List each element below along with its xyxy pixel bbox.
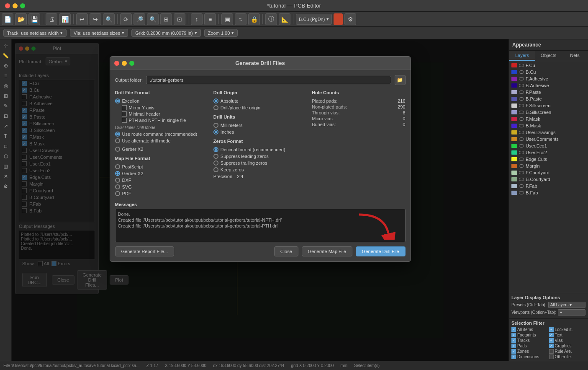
layer-visibility-icon[interactable] bbox=[519, 91, 524, 94]
tab-nets[interactable]: Nets bbox=[562, 51, 588, 61]
layer-visibility-icon[interactable] bbox=[519, 84, 524, 87]
minimize-button[interactable] bbox=[13, 3, 18, 8]
layer-visibility-icon[interactable] bbox=[519, 70, 524, 74]
radio-drill-origin[interactable]: Drill/place file origin bbox=[213, 105, 307, 110]
layer-visibility-icon[interactable] bbox=[519, 151, 524, 154]
sf-item[interactable]: ✓Footprints bbox=[511, 333, 548, 337]
right-layer-item[interactable]: Edge.Cuts bbox=[509, 156, 588, 163]
layer-visibility-icon[interactable] bbox=[519, 191, 524, 194]
via-selector[interactable]: Via: use netclass sizes ▾ bbox=[70, 29, 128, 37]
sf-checkbox[interactable]: ✓ bbox=[511, 338, 516, 343]
right-layer-item[interactable]: F.Cu bbox=[509, 62, 588, 69]
layer-visibility-icon[interactable] bbox=[519, 64, 524, 67]
dialog-max-btn[interactable] bbox=[129, 61, 134, 66]
pad-place-tool[interactable]: ⊡ bbox=[1, 111, 10, 121]
annot-btn[interactable]: ≡ bbox=[204, 13, 216, 25]
right-layer-item[interactable]: F.Mask bbox=[509, 116, 588, 122]
layer-visibility-icon[interactable] bbox=[519, 164, 524, 168]
right-layer-item[interactable]: Margin bbox=[509, 163, 588, 169]
route-tool[interactable]: ↗ bbox=[1, 122, 10, 131]
select-tool[interactable]: ⊞ bbox=[1, 91, 10, 101]
layer-color-swatch[interactable] bbox=[511, 124, 517, 128]
absolute-radio[interactable] bbox=[213, 98, 218, 103]
generate-drill-file-btn[interactable]: Generate Drill File bbox=[356, 246, 406, 256]
netlist-btn[interactable]: ↕ bbox=[191, 13, 203, 25]
sf-item[interactable]: ✓Tracks bbox=[511, 338, 548, 343]
print-btn[interactable]: 🖨 bbox=[46, 13, 57, 25]
undo-btn[interactable]: ↩ bbox=[76, 13, 88, 25]
sf-item[interactable]: Other ite. bbox=[549, 354, 586, 359]
radio-keep-zeros[interactable]: Keep zeros bbox=[213, 167, 307, 172]
layer-visibility-icon[interactable] bbox=[519, 124, 524, 127]
alternate-radio[interactable] bbox=[115, 138, 120, 143]
radio-absolute[interactable]: Absolute bbox=[213, 98, 307, 103]
postscript-radio[interactable] bbox=[115, 164, 120, 169]
radio-dxf[interactable]: DXF bbox=[115, 178, 208, 183]
right-layer-item[interactable]: B.Courtyard bbox=[509, 176, 588, 183]
layer-visibility-icon[interactable] bbox=[519, 131, 524, 134]
radio-decimal[interactable]: Decimal format (recommended) bbox=[213, 147, 307, 152]
zoom-area-btn[interactable]: ⊡ bbox=[174, 13, 185, 25]
sf-checkbox[interactable]: ✓ bbox=[511, 344, 516, 348]
layer-color-swatch[interactable] bbox=[511, 164, 517, 168]
suppress-trailing-radio[interactable] bbox=[213, 160, 218, 166]
plot-btn[interactable]: 📊 bbox=[59, 13, 71, 25]
zoom-fit-btn[interactable]: ⊞ bbox=[160, 13, 172, 25]
zoom-in-btn[interactable]: 🔎 bbox=[134, 13, 145, 25]
pad-btn[interactable]: ▣ bbox=[221, 13, 233, 25]
layer-color-swatch[interactable] bbox=[511, 184, 517, 188]
zoom-out-btn[interactable]: 🔍 bbox=[147, 13, 159, 25]
sf-item[interactable]: ✓All items bbox=[511, 327, 548, 332]
save-btn[interactable]: 💾 bbox=[28, 13, 40, 25]
layer-color-swatch[interactable] bbox=[511, 97, 517, 101]
generate-report-btn[interactable]: Generate Report File... bbox=[115, 246, 175, 256]
right-layer-item[interactable]: B.Adhesive bbox=[509, 82, 588, 89]
layer-color-swatch[interactable] bbox=[511, 137, 517, 141]
right-layer-item[interactable]: B.Mask bbox=[509, 122, 588, 129]
dialog-close-btn[interactable] bbox=[114, 61, 119, 66]
minimal-header-item[interactable]: Minimal header bbox=[122, 111, 208, 116]
minimal-header-check[interactable] bbox=[122, 111, 127, 116]
sf-checkbox[interactable] bbox=[549, 349, 554, 354]
radio-route[interactable]: Use route command (recommended) bbox=[115, 132, 208, 137]
radio-suppress-leading[interactable]: Suppress leading zeros bbox=[213, 154, 307, 159]
dialog-min-btn[interactable] bbox=[122, 61, 127, 66]
layer-color-swatch[interactable] bbox=[511, 144, 517, 148]
sf-item[interactable]: ✓Graphics bbox=[549, 344, 586, 348]
shape-tool[interactable]: □ bbox=[1, 142, 10, 151]
drill-origin-radio[interactable] bbox=[213, 105, 218, 110]
pth-npth-check[interactable] bbox=[122, 118, 127, 123]
layer-color-swatch[interactable] bbox=[511, 177, 517, 181]
measure-tool[interactable]: ≡ bbox=[1, 71, 10, 80]
radio-mm[interactable]: Millimeters bbox=[213, 123, 307, 128]
polygon-tool[interactable]: ⬡ bbox=[1, 152, 10, 161]
sf-checkbox[interactable]: ✓ bbox=[549, 327, 554, 332]
layer-color-swatch[interactable] bbox=[511, 191, 517, 195]
right-layer-item[interactable]: F.Silkscreen bbox=[509, 102, 588, 109]
presets-dropdown[interactable]: All Layers ▾ bbox=[548, 302, 585, 308]
sf-item[interactable]: ✓Vias bbox=[549, 338, 586, 343]
layer-color-swatch[interactable] bbox=[511, 90, 517, 94]
sf-item[interactable]: ✓Text bbox=[549, 333, 586, 337]
sf-item[interactable]: Rule Are. bbox=[549, 349, 586, 354]
keep-zeros-radio[interactable] bbox=[213, 167, 218, 172]
radio-pdf[interactable]: PDF bbox=[115, 191, 208, 196]
maximize-button[interactable] bbox=[20, 3, 25, 8]
layer-visibility-icon[interactable] bbox=[519, 111, 524, 114]
map-gerber-x2-radio[interactable] bbox=[115, 171, 120, 176]
pth-npth-item[interactable]: PTH and NPTH in single file bbox=[122, 118, 208, 123]
viewports-dropdown[interactable]: ▾ bbox=[558, 309, 585, 316]
tab-objects[interactable]: Objects bbox=[535, 51, 562, 61]
sf-checkbox[interactable]: ✓ bbox=[511, 333, 516, 337]
layer-visibility-icon[interactable] bbox=[519, 117, 524, 121]
delete-tool[interactable]: ✕ bbox=[1, 172, 10, 181]
layer-color-swatch[interactable] bbox=[511, 150, 517, 155]
sf-checkbox[interactable]: ✓ bbox=[511, 354, 516, 359]
layer-color-swatch[interactable] bbox=[511, 63, 517, 67]
layer-visibility-icon[interactable] bbox=[519, 77, 524, 80]
inspect-btn[interactable]: ⓘ bbox=[265, 13, 277, 25]
redo-btn[interactable]: ↪ bbox=[90, 13, 101, 25]
radio-map-gerber-x2[interactable]: Gerber X2 bbox=[115, 171, 208, 176]
right-layer-item[interactable]: B.Cu bbox=[509, 69, 588, 75]
route-btn[interactable]: ≈ bbox=[235, 13, 246, 25]
